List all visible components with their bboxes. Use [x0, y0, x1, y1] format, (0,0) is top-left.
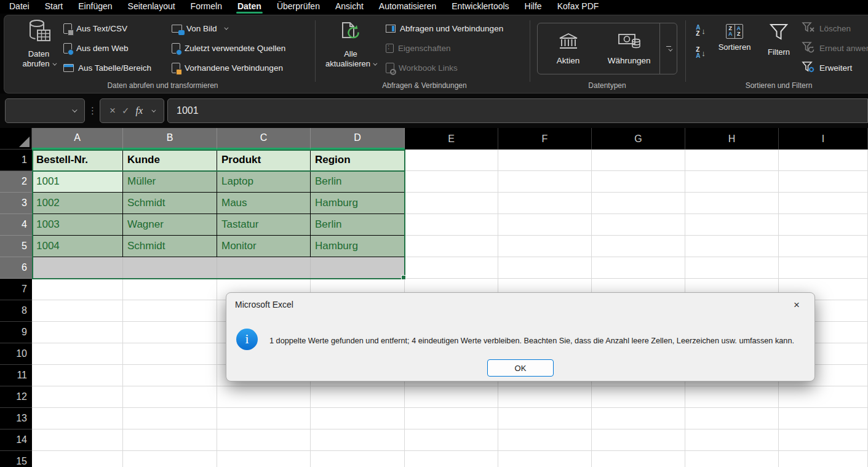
cell-G2[interactable] [592, 171, 685, 193]
cell-C14[interactable] [217, 429, 311, 451]
sort-ascending-button[interactable]: AZ↓ [690, 22, 712, 40]
cell-E6[interactable] [405, 257, 498, 279]
aus-dem-web-button[interactable]: Aus dem Web [63, 40, 129, 56]
column-header-a[interactable]: A [32, 128, 123, 150]
cell-I15[interactable] [779, 451, 868, 467]
erweitert-button[interactable]: Erweitert [802, 60, 852, 76]
cancel-entry-icon[interactable]: × [109, 105, 116, 117]
cell-G1[interactable] [592, 150, 685, 171]
cell-I1[interactable] [779, 150, 868, 171]
datatype-gallery-more-button[interactable] [659, 23, 677, 74]
cell-E12[interactable] [405, 386, 498, 408]
cell-G14[interactable] [592, 429, 685, 451]
menu-tab-start[interactable]: Start [45, 0, 63, 12]
cell-D15[interactable] [311, 451, 405, 467]
cell-H1[interactable] [685, 150, 779, 171]
cell-G13[interactable] [592, 408, 685, 429]
cell-D3[interactable]: Hamburg [311, 193, 405, 214]
column-header-h[interactable]: H [685, 128, 779, 150]
cell-I4[interactable] [779, 214, 868, 236]
alle-aktualisieren-button[interactable]: Alle aktualisieren [323, 19, 378, 88]
cell-G6[interactable] [592, 257, 685, 279]
cell-B13[interactable] [123, 408, 217, 429]
cell-F15[interactable] [498, 451, 592, 467]
cell-F6[interactable] [498, 257, 592, 279]
cell-H5[interactable] [685, 236, 779, 257]
cell-E2[interactable] [405, 171, 498, 193]
cell-F3[interactable] [498, 193, 592, 214]
row-header-14[interactable]: 14 [0, 429, 32, 451]
cell-C3[interactable]: Maus [217, 193, 311, 214]
row-header-13[interactable]: 13 [0, 408, 32, 429]
sortieren-button[interactable]: ZA AZ Sortieren [713, 19, 756, 88]
cell-G15[interactable] [592, 451, 685, 467]
cell-A8[interactable] [32, 300, 123, 322]
cell-B4[interactable]: Wagner [123, 214, 217, 236]
cell-H15[interactable] [685, 451, 779, 467]
name-box[interactable] [5, 98, 85, 123]
cell-D12[interactable] [311, 386, 405, 408]
menu-tab-kofax-pdf[interactable]: Kofax PDF [557, 0, 599, 12]
column-header-f[interactable]: F [498, 128, 592, 150]
row-header-12[interactable]: 12 [0, 386, 32, 408]
cell-E4[interactable] [405, 214, 498, 236]
cell-G4[interactable] [592, 214, 685, 236]
aus-tabelle-bereich-button[interactable]: Aus Tabelle/Bereich [63, 60, 151, 76]
cell-H2[interactable] [685, 171, 779, 193]
cell-F14[interactable] [498, 429, 592, 451]
cell-B2[interactable]: Müller [123, 171, 217, 193]
menu-tab-seitenlayout[interactable]: Seitenlayout [128, 0, 175, 12]
row-header-1[interactable]: 1 [0, 150, 32, 171]
cell-D4[interactable]: Berlin [311, 214, 405, 236]
cell-B6[interactable] [123, 257, 217, 279]
von-bild-button[interactable]: Von Bild [172, 20, 227, 36]
cell-I3[interactable] [779, 193, 868, 214]
cell-C15[interactable] [217, 451, 311, 467]
cell-A1[interactable]: Bestell-Nr. [32, 150, 123, 171]
insert-function-icon[interactable]: fx [135, 105, 143, 116]
menu-tab-entwicklertools[interactable]: Entwicklertools [452, 0, 509, 12]
cell-D14[interactable] [311, 429, 405, 451]
cell-B3[interactable]: Schmidt [123, 193, 217, 214]
close-icon[interactable]: × [789, 298, 805, 313]
cell-A4[interactable]: 1003 [32, 214, 123, 236]
cell-B14[interactable] [123, 429, 217, 451]
cell-F4[interactable] [498, 214, 592, 236]
filtern-button[interactable]: Filtern [760, 19, 798, 88]
cell-C12[interactable] [217, 386, 311, 408]
row-header-11[interactable]: 11 [0, 365, 32, 386]
cell-B12[interactable] [123, 386, 217, 408]
cell-F13[interactable] [498, 408, 592, 429]
row-header-10[interactable]: 10 [0, 343, 32, 365]
cell-I5[interactable] [779, 236, 868, 257]
cell-F2[interactable] [498, 171, 592, 193]
confirm-entry-icon[interactable]: ✓ [122, 105, 130, 116]
cell-D1[interactable]: Region [311, 150, 405, 171]
row-header-2[interactable]: 2 [0, 171, 32, 193]
cell-A15[interactable] [32, 451, 123, 467]
row-header-15[interactable]: 15 [0, 451, 32, 467]
cell-D2[interactable]: Berlin [311, 171, 405, 193]
cell-A3[interactable]: 1002 [32, 193, 123, 214]
cell-D13[interactable] [311, 408, 405, 429]
cell-A10[interactable] [32, 343, 123, 365]
menu-tab-formeln[interactable]: Formeln [191, 0, 222, 12]
ok-button[interactable]: OK [487, 359, 554, 377]
cell-H3[interactable] [685, 193, 779, 214]
vorhandene-verbindungen-button[interactable]: Vorhandene Verbindungen [172, 60, 283, 76]
select-all-corner[interactable] [0, 128, 32, 150]
column-header-i[interactable]: I [779, 128, 868, 150]
cell-A5[interactable]: 1004 [32, 236, 123, 257]
row-header-6[interactable]: 6 [0, 257, 32, 279]
formula-input[interactable]: 1001 [167, 98, 868, 123]
cell-I13[interactable] [779, 408, 868, 429]
cell-D6[interactable] [311, 257, 405, 279]
cell-A12[interactable] [32, 386, 123, 408]
cell-A14[interactable] [32, 429, 123, 451]
zuletzt-verwendete-quellen-button[interactable]: Zuletzt verwendete Quellen [172, 40, 285, 56]
cell-F5[interactable] [498, 236, 592, 257]
column-header-d[interactable]: D [311, 128, 405, 150]
menu-tab-datei[interactable]: Datei [9, 0, 30, 12]
cell-A6[interactable] [32, 257, 123, 279]
cell-H13[interactable] [685, 408, 779, 429]
